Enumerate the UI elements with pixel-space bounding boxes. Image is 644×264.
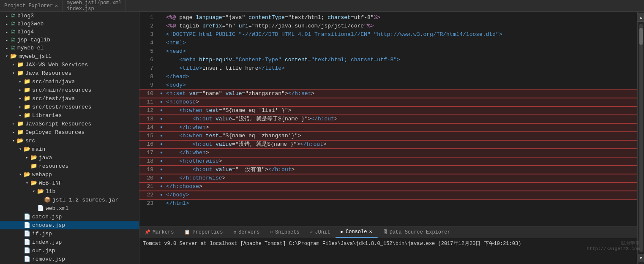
line-content[interactable]: <title>Insert title here</title> bbox=[164, 64, 637, 73]
tree-arrow[interactable]: ▸ bbox=[10, 121, 17, 126]
tree-item-if-jsp[interactable]: 📄if.jsp bbox=[0, 229, 139, 238]
tree-arrow[interactable]: ▸ bbox=[3, 30, 10, 35]
tab-index-jsp[interactable]: index.jsp bbox=[63, 6, 126, 12]
line-content[interactable]: <!DOCTYPE html PUBLIC "-//W3C//DTD HTML … bbox=[164, 30, 637, 39]
tree-item-javascript-resources[interactable]: ▸📁JavaScript Resources bbox=[0, 120, 139, 128]
scroll-up-btn[interactable]: ▲ bbox=[637, 14, 644, 22]
bottom-tab-close[interactable]: ✕ bbox=[369, 229, 372, 235]
tree-item-src-test-java[interactable]: ▸📁src/test/java bbox=[0, 94, 139, 103]
tree-arrow[interactable]: ▾ bbox=[17, 172, 24, 177]
tree-item-blog3web[interactable]: ▸🗂blog3web bbox=[0, 20, 139, 28]
code-line-9: 9<body> bbox=[139, 81, 637, 90]
tree-item-deployed-resources[interactable]: ▸📁Deployed Resources bbox=[0, 128, 139, 136]
tree-item-remove-jsp[interactable]: 📄remove.jsp bbox=[0, 255, 139, 263]
line-content[interactable]: <h:when test="${name eq 'lisi' }"> bbox=[164, 106, 637, 115]
tree-arrow[interactable]: ▸ bbox=[3, 38, 10, 43]
tree-file-icon: 📄 bbox=[24, 239, 30, 245]
tree-arrow[interactable]: ▸ bbox=[17, 79, 24, 84]
tree-arrow[interactable]: ▸ bbox=[17, 87, 24, 93]
tree-item-myweb-el[interactable]: ▸🗂myweb_el bbox=[0, 44, 139, 52]
tree-item-jsp-taglib[interactable]: ▸🗂jsp_taglib bbox=[0, 36, 139, 44]
line-dot: ● bbox=[158, 123, 164, 132]
line-content[interactable]: <body> bbox=[164, 81, 637, 90]
line-content[interactable]: </h:when> bbox=[164, 149, 637, 157]
tree-item-main[interactable]: ▾📂main bbox=[0, 145, 139, 153]
tree-item-webapp[interactable]: ▾📂webapp bbox=[0, 170, 139, 179]
tree-item-jax-ws-web-services[interactable]: ▸📁JAX-WS Web Services bbox=[0, 60, 139, 69]
bottom-tab-snippets[interactable]: ✂Snippets bbox=[265, 226, 305, 238]
tree-arrow[interactable]: ▸ bbox=[3, 46, 10, 51]
bottom-tab-servers[interactable]: ⚙Servers bbox=[228, 226, 265, 238]
tree-item-web-inf[interactable]: ▾📂WEB-INF bbox=[0, 179, 139, 187]
tree-item-out-jsp[interactable]: 📄out.jsp bbox=[0, 246, 139, 255]
line-content[interactable]: <h:out value=" 没有值"></h:out> bbox=[164, 166, 637, 174]
tree-arrow[interactable]: ▸ bbox=[3, 14, 10, 19]
tree-item-lib[interactable]: ▾📂lib bbox=[0, 187, 139, 196]
line-content[interactable]: <h:when test="${name eq 'zhangsan'}"> bbox=[164, 132, 637, 140]
line-content[interactable]: <html> bbox=[164, 39, 637, 47]
tree-arrow[interactable]: ▸ bbox=[17, 104, 24, 109]
line-content[interactable]: </html> bbox=[164, 199, 637, 208]
tree-item-catch-jsp[interactable]: 📄catch.jsp bbox=[0, 212, 139, 221]
bottom-tab-properties[interactable]: 📋Properties bbox=[179, 226, 228, 238]
tree-arrow[interactable]: ▾ bbox=[3, 54, 10, 59]
tree-item-myweb-jstl[interactable]: ▾📂myweb_jstl bbox=[0, 52, 139, 60]
tree-arrow[interactable]: ▸ bbox=[17, 96, 24, 101]
tree-item-libraries[interactable]: ▸📁Libraries bbox=[0, 111, 139, 120]
line-content[interactable]: <meta http-equiv="Content-Type" content=… bbox=[164, 56, 637, 64]
editor-content[interactable]: 1<%@ page language="java" contentType="t… bbox=[139, 12, 637, 226]
line-content[interactable]: <h:otherwise> bbox=[164, 157, 637, 166]
line-content[interactable]: </h:when> bbox=[164, 123, 637, 132]
tree-item-jstl-1-2-sources-jar[interactable]: 📦jstl-1.2-sources.jar bbox=[0, 196, 139, 204]
line-number: 19 bbox=[139, 166, 158, 174]
bottom-tab-markers[interactable]: 📌Markers bbox=[139, 226, 179, 238]
tree-item-blog3[interactable]: ▸🗂blog3 bbox=[0, 12, 139, 20]
tree-arrow[interactable]: ▾ bbox=[17, 147, 24, 152]
tab-project-explorer-close[interactable]: ✕ bbox=[55, 3, 58, 8]
line-content[interactable]: </h:otherwise> bbox=[164, 174, 637, 182]
code-line-8: 8</head> bbox=[139, 73, 637, 81]
line-content[interactable]: <%@ taglib prefix="h" uri="http://java.s… bbox=[164, 22, 637, 30]
tree-item-java[interactable]: ▸📂java bbox=[0, 153, 139, 162]
line-content[interactable]: <h:choose> bbox=[164, 98, 637, 106]
tree-item-blog4[interactable]: ▸🗂blog4 bbox=[0, 28, 139, 36]
tree-label: blog3web bbox=[17, 21, 44, 27]
bottom-tab-data-source-explorer[interactable]: 🗄Data Source Explorer bbox=[378, 226, 456, 238]
tree-arrow[interactable]: ▾ bbox=[10, 138, 17, 143]
line-content[interactable]: <h:out value="没错, 就是等于${name }"></h:out> bbox=[164, 115, 637, 123]
tree-label: src/main/java bbox=[32, 79, 75, 85]
tree-item-web-xml[interactable]: 📄web.xml bbox=[0, 204, 139, 212]
line-content[interactable]: <h:out value="没错, 就是${name }"></h:out> bbox=[164, 140, 637, 149]
tab-project-explorer[interactable]: Project Explorer ✕ bbox=[0, 0, 63, 11]
line-content[interactable]: <h:set var="name" value="zhangsrran"></h… bbox=[164, 90, 637, 98]
console-output: Tomcat v9.0 Server at localhost [Apache … bbox=[139, 238, 637, 249]
tree-item-src-main-resources[interactable]: ▸📁src/main/resources bbox=[0, 86, 139, 94]
tree-item-resources[interactable]: 📁resources bbox=[0, 162, 139, 170]
line-content[interactable]: <head> bbox=[164, 47, 637, 56]
tree-file-icon: 🗂 bbox=[10, 45, 16, 51]
line-content[interactable]: </h:choose> bbox=[164, 182, 637, 191]
tree-arrow[interactable]: ▾ bbox=[24, 180, 30, 185]
scrollbar-track[interactable] bbox=[639, 24, 643, 252]
tree-item-java-resources[interactable]: ▾📁Java Resources bbox=[0, 69, 139, 77]
tree-arrow[interactable]: ▾ bbox=[30, 189, 37, 194]
line-content[interactable]: </head> bbox=[164, 73, 637, 81]
tree-arrow[interactable]: ▸ bbox=[3, 22, 10, 27]
tree-arrow[interactable]: ▸ bbox=[10, 130, 17, 135]
tree-item-src[interactable]: ▾📂src bbox=[0, 136, 139, 145]
bottom-tab-junit[interactable]: ✓JUnit bbox=[305, 226, 336, 238]
tree-arrow[interactable]: ▾ bbox=[10, 71, 17, 76]
tree-arrow[interactable]: ▸ bbox=[17, 113, 24, 118]
scroll-down-btn[interactable]: ▼ bbox=[637, 254, 644, 262]
tree-item-choose-jsp[interactable]: 📄choose.jsp bbox=[0, 221, 139, 229]
line-content[interactable]: </body> bbox=[164, 191, 637, 199]
tree-item-index-jsp[interactable]: 📄index.jsp bbox=[0, 238, 139, 246]
tab-myweb-jstl-pom-xml[interactable]: myweb_jstl/pom.xml bbox=[63, 0, 126, 6]
tree-arrow[interactable]: ▸ bbox=[24, 155, 30, 160]
bottom-tab-icon: ▶ bbox=[341, 229, 344, 234]
bottom-tab-console[interactable]: ▶Console✕ bbox=[336, 226, 377, 238]
tree-arrow[interactable]: ▸ bbox=[10, 62, 17, 67]
tree-item-src-test-resources[interactable]: ▸📁src/test/resources bbox=[0, 103, 139, 111]
line-content[interactable]: <%@ page language="java" contentType="te… bbox=[164, 14, 637, 22]
tree-item-src-main-java[interactable]: ▸📁src/main/java bbox=[0, 77, 139, 86]
